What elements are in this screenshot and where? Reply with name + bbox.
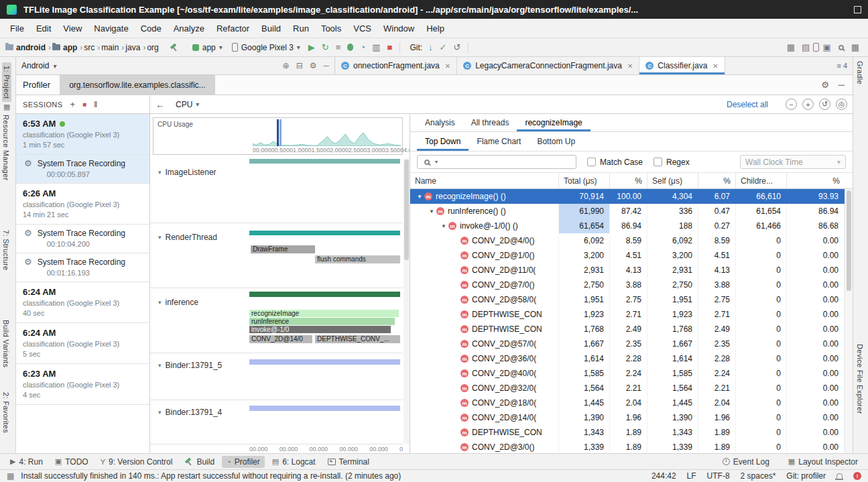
apply-changes-button[interactable]: ↻ (318, 42, 332, 52)
menu-item[interactable]: Refactor (210, 21, 255, 36)
toolbar-item-layout-inspector[interactable]: ▦ Layout Inspector (784, 456, 863, 468)
cpu-usage-chart[interactable]: CPU Usage 00.00000.50001.00001.50002.000… (153, 117, 403, 155)
menu-item[interactable]: Navigate (88, 21, 134, 36)
tab-flame-chart[interactable]: Flame Chart (469, 132, 529, 151)
run-button[interactable]: ▶ (305, 42, 318, 52)
pause-live-button[interactable]: ‖ (94, 99, 97, 109)
gear-icon[interactable]: ⚙ (821, 80, 829, 90)
session-item[interactable]: 6:26 AM classification (Google Pixel 3) … (16, 184, 149, 225)
trace-event[interactable]: CONV_2D@14/0 (249, 335, 312, 343)
new-session-button[interactable]: + (70, 99, 75, 109)
expand-arrow-icon[interactable]: ▼ (440, 223, 448, 229)
calltree-row[interactable]: ▼ m recognizeImage() () 70,914 100.00 4,… (410, 189, 853, 204)
gear-icon[interactable]: ⚙ (310, 61, 317, 70)
breadcrumb-java[interactable]: java (125, 43, 140, 52)
calltree-row[interactable]: m CONV_2D@18/0( 1,445 2.04 1,445 2.04 0 … (410, 396, 853, 410)
sdk-manager-button[interactable]: ▣ (819, 42, 834, 52)
hidden-tabs-button[interactable]: ≡ 4 (831, 57, 853, 74)
toolbar-item-terminal[interactable]: Terminal (323, 456, 374, 468)
clock-type-dropdown[interactable]: Wall Clock Time ▾ (740, 155, 846, 169)
column-header-total[interactable]: Total (μs) (559, 173, 610, 188)
sidebar-item-build-variants[interactable]: Build Variants (2, 320, 10, 367)
collapse-all-icon[interactable]: ⊟ (296, 61, 303, 70)
toolbar-item-event-log[interactable]: Event Log (718, 456, 774, 468)
device-dropdown[interactable]: Google Pixel 3 ▾ (227, 42, 305, 54)
selection-handle[interactable] (277, 119, 279, 146)
recording-item[interactable]: ⚙ System Trace Recording 00:00:05.897 (16, 155, 149, 184)
recording-item[interactable]: ⚙ System Trace Recording 00:01:16.193 (16, 253, 149, 282)
calltree-row[interactable]: m CONV_2D@14/0( 1,390 1.96 1,390 1.96 0 … (410, 410, 853, 425)
thread-lane[interactable]: ▾Binder:13791_5 (150, 353, 403, 400)
search-box[interactable]: ▾ (417, 155, 576, 169)
project-structure-button[interactable]: ▦ (848, 42, 863, 52)
tab-analysis[interactable]: Analysis (417, 114, 463, 131)
menu-item[interactable]: VCS (347, 21, 377, 36)
sidebar-item-structure[interactable]: 7: Structure (2, 230, 10, 270)
thread-lane[interactable]: ▾RenderThread DrawFrame flush commands (150, 223, 403, 288)
breadcrumb-main[interactable]: main (101, 43, 119, 52)
cpu-scrollbar[interactable] (404, 158, 410, 444)
breadcrumb-org[interactable]: org (147, 43, 158, 52)
search-everywhere-icon[interactable] (839, 45, 844, 50)
calltree-row[interactable]: m DEPTHWISE_CON 1,923 2.71 1,923 2.71 0 … (410, 307, 853, 322)
trace-event[interactable]: recognizeImage (249, 310, 399, 317)
notifications-icon[interactable] (836, 473, 843, 479)
file-encoding[interactable]: UTF-8 (707, 471, 730, 481)
calltree-row[interactable]: m CONV_2D@3/0() 1,339 1.89 1,339 1.89 0 … (410, 440, 853, 453)
menu-item[interactable]: Edit (30, 21, 57, 36)
session-item[interactable]: 6:53 AM classification (Google Pixel 3) … (16, 114, 149, 155)
menu-item[interactable]: View (57, 21, 88, 36)
thread-lane[interactable]: ▾ImageListener (150, 158, 403, 223)
selection-range[interactable] (280, 119, 282, 146)
scrollbar-thumb[interactable] (847, 190, 851, 291)
calltree-row[interactable]: m CONV_2D@58/0( 1,951 2.75 1,951 2.75 0 … (410, 292, 853, 307)
calltree-row[interactable]: m CONV_2D@7/0() 2,750 3.88 2,750 3.88 0 … (410, 278, 853, 292)
stop-button[interactable]: ■ (384, 42, 396, 52)
sidebar-item-gradle[interactable]: Gradle (856, 61, 864, 84)
git-update-button[interactable]: ↓ (425, 42, 436, 52)
git-rollback-button[interactable]: ↺ (450, 42, 464, 52)
scrollbar-thumb[interactable] (404, 160, 409, 260)
caret-position[interactable]: 244:42 (652, 471, 676, 481)
column-header-name[interactable]: Name (410, 173, 559, 188)
profiler-session-tab[interactable]: org.tensorflow.lite.examples.classific..… (60, 75, 214, 95)
calltree-row[interactable]: ▼ m runInference() () 61,990 87.42 336 0… (410, 204, 853, 219)
toolbar-item-logcat[interactable]: ▤ 6: Logcat (267, 456, 320, 468)
back-arrow-icon[interactable]: ← (150, 99, 172, 110)
sidebar-item-device-file-explorer[interactable]: Device File Explorer (856, 344, 864, 414)
match-case-checkbox[interactable]: Match Case (587, 158, 643, 167)
search-input[interactable] (439, 158, 573, 167)
reset-zoom-button[interactable]: ↺ (819, 99, 830, 110)
editor-tab[interactable]: C LegacyCameraConnectionFragment.java ✕ (457, 57, 639, 74)
breadcrumb-app[interactable]: app (52, 43, 77, 52)
attach-debugger-button[interactable]: ▥ (369, 42, 383, 52)
regex-checkbox[interactable]: Regex (654, 158, 690, 167)
table-scrollbar[interactable] (845, 189, 853, 453)
zoom-to-selection-button[interactable]: ◎ (836, 99, 847, 110)
trace-event[interactable]: DrawFrame (251, 245, 315, 253)
project-view-selector[interactable]: Android (21, 61, 49, 70)
git-branch[interactable]: Git: profiler (786, 471, 826, 481)
zoom-in-button[interactable]: + (802, 99, 814, 110)
calltree-row[interactable]: m CONV_2D@1/0() 3,200 4.51 3,200 4.51 0 … (410, 248, 853, 263)
column-header-children-pct[interactable]: % (787, 173, 845, 188)
expand-arrow-icon[interactable]: ▼ (416, 194, 424, 200)
calltree-row[interactable]: m CONV_2D@57/0( 1,667 2.35 1,667 2.35 0 … (410, 337, 853, 351)
calltree-row[interactable]: m DEPTHWISE_CON 1,343 1.89 1,343 1.89 0 … (410, 425, 853, 440)
ide-errors-icon[interactable]: ! (853, 472, 861, 480)
editor-tab-selected[interactable]: C Classifier.java ✕ (639, 57, 725, 74)
close-icon[interactable]: ✕ (626, 62, 633, 70)
calltree-row[interactable]: m CONV_2D@40/0( 1,585 2.24 1,585 2.24 0 … (410, 366, 853, 381)
sidebar-item-project[interactable]: 1: Project (2, 62, 11, 102)
breadcrumb-src[interactable]: src (84, 43, 95, 52)
menu-item[interactable]: Code (135, 21, 168, 36)
build-hammer-icon[interactable] (170, 43, 178, 52)
deselect-all-link[interactable]: Deselect all (727, 100, 786, 109)
run-config-dropdown[interactable]: app ▾ (188, 42, 227, 54)
toolbar-item-run[interactable]: ▶ 4: Run (5, 456, 48, 468)
avd-manager-icon[interactable] (813, 43, 819, 52)
trace-event[interactable]: DEPTHWISE_CONV_... (315, 335, 400, 343)
zoom-out-button[interactable]: − (786, 99, 797, 110)
close-icon[interactable]: ✕ (711, 62, 718, 70)
run-dashboard-button[interactable]: ≡ (332, 42, 345, 52)
